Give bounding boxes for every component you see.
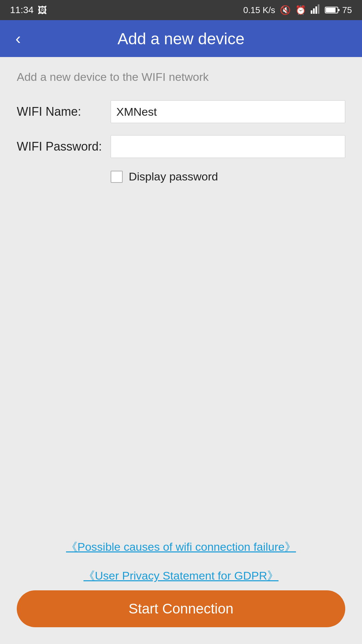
privacy-link[interactable]: 《User Privacy Statement for GDPR》 [83,568,279,584]
svg-rect-6 [338,9,340,11]
status-left: 11:34 🖼 [10,5,47,16]
battery-level: 75 [342,5,352,15]
wifi-password-input[interactable] [111,135,345,158]
form-section: WIFI Name: WIFI Password: Display passwo… [17,100,345,197]
signal-icon [311,4,320,16]
display-password-checkbox[interactable] [111,171,123,183]
svg-rect-3 [318,4,319,14]
page-title: Add a new device [118,30,245,48]
wifi-name-input[interactable] [111,100,345,123]
wifi-password-row: WIFI Password: [17,135,345,158]
svg-rect-2 [315,6,317,14]
wifi-password-label: WIFI Password: [17,140,111,154]
status-bar: 11:34 🖼 0.15 K/s 🔇 ⏰ 75 [0,0,362,20]
subtitle: Add a new device to the WIFI network [17,70,345,84]
main-content: Add a new device to the WIFI network WIF… [0,57,362,644]
alarm-icon: ⏰ [295,5,306,15]
bottom-area: 《Possible causes of wifi connection fail… [0,539,362,584]
svg-rect-1 [313,8,315,14]
display-password-row: Display password [111,170,345,183]
back-button[interactable]: ‹ [12,27,24,50]
status-right: 0.15 K/s 🔇 ⏰ 75 [243,4,352,16]
battery-display: 75 [325,5,352,15]
svg-rect-0 [311,10,312,14]
mute-icon: 🔇 [280,5,291,15]
start-connection-button[interactable]: Start Connection [17,590,345,627]
wifi-failure-link[interactable]: 《Possible causes of wifi connection fail… [66,539,296,555]
display-password-label[interactable]: Display password [129,170,218,183]
speed-display: 0.15 K/s [243,5,275,15]
screenshot-icon: 🖼 [38,5,47,16]
time-display: 11:34 [10,5,34,15]
wifi-name-label: WIFI Name: [17,105,111,119]
svg-rect-5 [326,8,336,12]
wifi-name-row: WIFI Name: [17,100,345,123]
app-bar: ‹ Add a new device [0,20,362,57]
